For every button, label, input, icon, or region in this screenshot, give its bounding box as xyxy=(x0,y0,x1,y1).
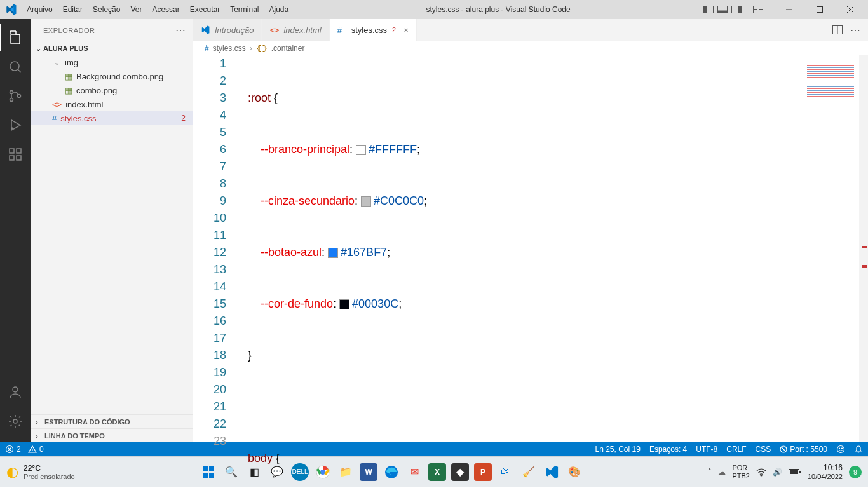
svg-rect-3 xyxy=(718,11,728,13)
toggle-panel-bottom-icon[interactable] xyxy=(717,5,728,14)
outline-section[interactable]: ›ESTRUTURA DO CÓDIGO xyxy=(31,414,193,428)
explorer-icon[interactable] xyxy=(0,24,31,51)
toggle-panel-left-icon[interactable] xyxy=(703,5,714,14)
html-file-icon: <> xyxy=(52,100,62,109)
main-area: EXPLORADOR ⋯ ⌄ ALURA PLUS ⌄ img ▦ Backgr… xyxy=(0,19,868,442)
svg-rect-40 xyxy=(209,473,214,478)
svg-point-24 xyxy=(13,387,18,392)
run-debug-icon[interactable] xyxy=(0,112,31,139)
close-button[interactable] xyxy=(836,0,864,19)
tab-label: Introdução xyxy=(215,25,254,35)
menu-arquivo[interactable]: Arquivo xyxy=(22,5,58,14)
section-label: LINHA DO TEMPO xyxy=(44,432,105,440)
color-swatch-icon[interactable] xyxy=(339,299,349,309)
css-file-icon: # xyxy=(337,25,348,35)
html-file-icon: <> xyxy=(269,25,280,35)
breadcrumb-symbol: .container xyxy=(271,44,305,53)
code-editor[interactable]: 1234567891011121314151617181920212223 :r… xyxy=(193,55,868,442)
layout-controls xyxy=(703,5,764,14)
status-errors[interactable]: 2 0 xyxy=(5,445,44,454)
sidebar-header: EXPLORADOR ⋯ xyxy=(31,19,193,41)
symbol-icon: ⦃⦄ xyxy=(256,44,268,53)
editor-tabs: Introdução <> index.html # styles.css 2 … xyxy=(193,19,868,41)
color-swatch-icon[interactable] xyxy=(361,196,371,207)
menu-ver[interactable]: Ver xyxy=(125,5,147,14)
minimap[interactable] xyxy=(801,55,859,442)
customize-layout-icon[interactable] xyxy=(752,5,764,14)
svg-rect-8 xyxy=(754,10,757,13)
editor-group: Introdução <> index.html # styles.css 2 … xyxy=(193,19,868,442)
file-combo[interactable]: ▦ combo.png xyxy=(31,83,193,97)
close-tab-icon[interactable]: × xyxy=(403,25,409,35)
file-styles-css[interactable]: # styles.css 2 xyxy=(31,111,193,125)
project-section[interactable]: ⌄ ALURA PLUS xyxy=(31,41,193,55)
file-label: combo.png xyxy=(76,86,117,95)
breadcrumb[interactable]: # styles.css › ⦃⦄ .container xyxy=(193,41,868,55)
svg-rect-7 xyxy=(759,6,763,10)
vscode-logo-icon xyxy=(201,25,211,34)
source-control-icon[interactable] xyxy=(0,83,31,109)
menu-editar[interactable]: Editar xyxy=(58,5,88,14)
search-icon[interactable] xyxy=(0,53,31,80)
split-editor-icon[interactable] xyxy=(832,25,843,34)
svg-point-25 xyxy=(13,419,17,423)
chevron-right-icon: › xyxy=(32,432,42,440)
svg-rect-6 xyxy=(754,6,757,10)
tab-error-badge: 2 xyxy=(392,26,396,34)
css-file-icon: # xyxy=(205,44,209,53)
account-icon[interactable] xyxy=(0,379,31,405)
file-label: index.html xyxy=(65,100,103,109)
image-file-icon: ▦ xyxy=(65,72,72,81)
svg-rect-21 xyxy=(17,149,21,153)
svg-point-18 xyxy=(18,95,21,98)
section-label: ESTRUTURA DO CÓDIGO xyxy=(44,418,130,426)
svg-rect-9 xyxy=(759,10,763,13)
svg-point-17 xyxy=(10,98,13,102)
tab-introducao[interactable]: Introdução xyxy=(193,19,262,41)
menu-acessar[interactable]: Acessar xyxy=(147,5,184,14)
code-content: :root { --branco-principal: #FFFFFF; --c… xyxy=(248,55,868,488)
scrollbar[interactable] xyxy=(859,55,868,442)
svg-line-15 xyxy=(18,69,21,72)
error-count-badge: 2 xyxy=(181,114,186,123)
menu-bar: Arquivo Editar Seleção Ver Acessar Execu… xyxy=(22,5,294,14)
tab-styles-css[interactable]: # styles.css 2 × xyxy=(330,19,417,41)
folder-img[interactable]: ⌄ img xyxy=(31,55,193,69)
svg-point-19 xyxy=(11,128,13,129)
settings-gear-icon[interactable] xyxy=(0,408,31,435)
weather-widget[interactable]: ◐ 22°C Pred ensolarado xyxy=(6,464,75,480)
chevron-right-icon: › xyxy=(32,418,42,426)
extensions-icon[interactable] xyxy=(0,141,31,168)
temperature: 22°C xyxy=(24,464,75,473)
menu-terminal[interactable]: Terminal xyxy=(225,5,264,14)
chevron-right-icon: › xyxy=(250,44,252,53)
line-number-gutter: 1234567891011121314151617181920212223 xyxy=(193,55,239,450)
maximize-button[interactable] xyxy=(806,0,834,19)
file-index-html[interactable]: <> index.html xyxy=(31,97,193,111)
image-file-icon: ▦ xyxy=(65,86,72,95)
start-icon[interactable] xyxy=(200,463,217,481)
more-actions-icon[interactable]: ⋯ xyxy=(850,24,860,36)
svg-rect-5 xyxy=(738,6,742,13)
search-taskbar-icon[interactable]: 🔍 xyxy=(222,463,240,481)
menu-ajuda[interactable]: Ajuda xyxy=(264,5,294,14)
weather-desc: Pred ensolarado xyxy=(24,473,75,480)
menu-selecao[interactable]: Seleção xyxy=(88,5,125,14)
more-icon[interactable]: ⋯ xyxy=(175,24,186,36)
window-title: styles.css - alura plus - Visual Studio … xyxy=(294,5,703,14)
svg-point-14 xyxy=(10,62,19,71)
svg-rect-38 xyxy=(209,466,214,471)
minimize-button[interactable] xyxy=(775,0,803,19)
file-background-combo[interactable]: ▦ Background combo.png xyxy=(31,69,193,83)
chevron-down-icon: ⌄ xyxy=(33,44,43,53)
breadcrumb-file: styles.css xyxy=(213,44,246,53)
timeline-section[interactable]: ›LINHA DO TEMPO xyxy=(31,428,193,442)
toggle-panel-right-icon[interactable] xyxy=(731,5,742,14)
tab-index-html[interactable]: <> index.html xyxy=(262,19,329,41)
color-swatch-icon[interactable] xyxy=(328,248,338,258)
color-swatch-icon[interactable] xyxy=(356,145,366,155)
explorer-sidebar: EXPLORADOR ⋯ ⌄ ALURA PLUS ⌄ img ▦ Backgr… xyxy=(31,19,193,442)
folder-label: img xyxy=(65,58,78,67)
menu-executar[interactable]: Executar xyxy=(185,5,225,14)
svg-rect-37 xyxy=(203,466,208,471)
